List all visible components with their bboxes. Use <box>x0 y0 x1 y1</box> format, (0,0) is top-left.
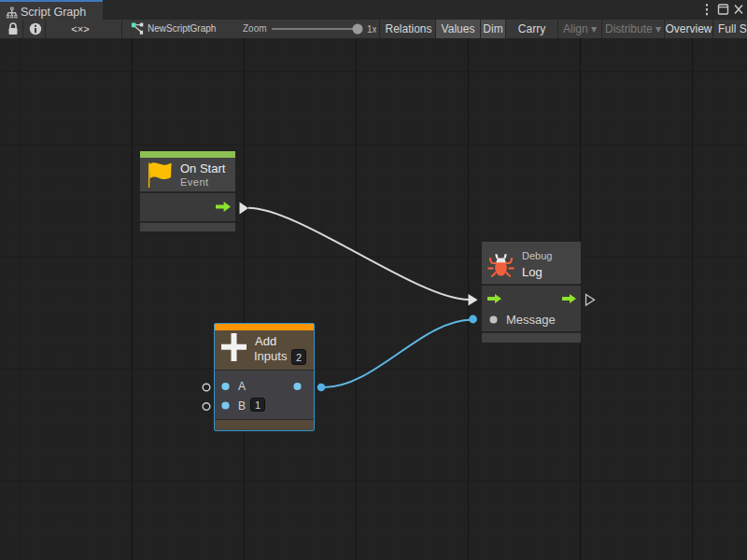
svg-text:1x: 1x <box>367 24 376 35</box>
